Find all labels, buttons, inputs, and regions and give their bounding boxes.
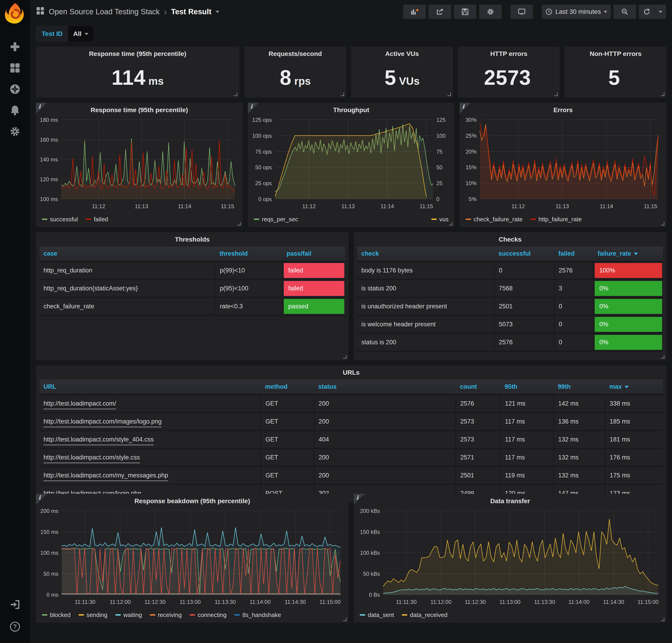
refresh-interval-dropdown[interactable] [655, 4, 666, 19]
resize-handle[interactable] [554, 93, 558, 96]
add-icon[interactable] [9, 41, 21, 52]
panel-title[interactable]: Errors [460, 103, 667, 114]
panel-title[interactable]: Response beakdown (95th percentile) [36, 494, 349, 505]
panel-title[interactable]: Response time (95th percentile) [36, 47, 239, 58]
column-header-status[interactable]: status [314, 379, 456, 395]
legend-item-data_sent[interactable]: data_sent [360, 611, 394, 619]
column-header-url[interactable]: URL [39, 379, 261, 395]
dashboard-grid: Response time (95th percentile) 114 ms R… [30, 43, 672, 623]
breadcrumb-folder[interactable]: Open Source Load Testing Stack [49, 8, 160, 16]
panel-info-icon[interactable]: i [36, 103, 47, 114]
legend-item-waiting[interactable]: waiting [115, 611, 142, 619]
stat-unit: ms [148, 75, 164, 87]
column-header-check[interactable]: check [357, 246, 494, 262]
column-header-99th[interactable]: 99th [554, 379, 605, 395]
add-panel-button[interactable] [403, 4, 426, 19]
resize-handle[interactable] [343, 618, 347, 621]
table-cell: check_failure_rate [39, 298, 215, 316]
grafana-logo[interactable] [3, 2, 27, 26]
column-header-max[interactable]: max [605, 379, 663, 395]
panel-title[interactable]: Active VUs [351, 47, 453, 58]
panel-info-icon[interactable]: i [248, 103, 259, 114]
legend-item-sending[interactable]: sending [78, 611, 108, 619]
svg-text:11:14:30: 11:14:30 [603, 599, 624, 605]
panel-title[interactable]: Data transfer [354, 494, 667, 505]
panel-title[interactable]: Non-HTTP errors [565, 47, 667, 58]
url-link[interactable]: http://test.loadimpact.com/style.css [43, 454, 140, 463]
legend-item-blocked[interactable]: blocked [42, 611, 71, 619]
panel-info-icon[interactable]: i [354, 494, 365, 505]
url-link[interactable]: http://test.loadimpact.com/style_404.css [43, 436, 154, 445]
resize-handle[interactable] [343, 355, 347, 359]
alerting-bell-icon[interactable] [9, 105, 21, 116]
svg-text:11:11:30: 11:11:30 [396, 599, 416, 605]
legend-item-check_failure_rate[interactable]: check_failure_rate [465, 216, 522, 223]
help-icon[interactable]: ? [9, 621, 21, 632]
response-breakdown-chart[interactable]: 0 ms50 ms100 ms150 ms200 ms11:11:3011:12… [37, 507, 347, 608]
legend-item-receiving[interactable]: receiving [150, 611, 182, 619]
resize-handle[interactable] [340, 93, 344, 96]
resize-handle[interactable] [661, 222, 664, 226]
table-cell: 119 ms [500, 466, 554, 485]
svg-text:11:11:30: 11:11:30 [75, 599, 96, 605]
column-header-count[interactable]: count [456, 379, 500, 395]
errors-chart[interactable]: 5%10%15%20%25%30%11:1211:1311:1411:15 [461, 116, 665, 212]
test-id-dropdown[interactable]: All [68, 26, 94, 42]
settings-button[interactable] [479, 4, 502, 19]
legend-label: sending [87, 611, 108, 619]
share-button[interactable] [428, 4, 451, 19]
panel-info-icon[interactable]: i [36, 494, 47, 505]
column-header-failed[interactable]: failed [554, 246, 593, 262]
url-link[interactable]: http://test.loadimpact.com/images/logo.p… [43, 418, 162, 427]
response-time-chart[interactable]: 100 ms120 ms140 ms160 ms180 ms11:1211:13… [37, 116, 241, 212]
resize-handle[interactable] [237, 222, 241, 226]
panel-title[interactable]: HTTP errors [458, 47, 560, 58]
legend-item-reqs_per_sec[interactable]: reqs_per_sec [254, 216, 298, 223]
throughput-chart[interactable]: 0 ops025 ops2550 ops5075 ops75100 ops100… [249, 116, 453, 212]
zoom-out-button[interactable] [613, 4, 636, 19]
legend-item-successful[interactable]: successful [42, 216, 78, 223]
legend-item-connecting[interactable]: connecting [190, 611, 227, 619]
panel-title[interactable]: Thresholds [36, 232, 349, 243]
panel-title[interactable]: Checks [354, 232, 667, 243]
column-header-95th[interactable]: 95th [500, 379, 554, 395]
legend-item-tls_handshake[interactable]: tls_handshake [234, 611, 281, 619]
legend-item-data_received[interactable]: data_received [402, 611, 447, 619]
column-header-failure-rate[interactable]: failure_rate [594, 246, 663, 262]
time-range-picker[interactable]: Last 30 minutes [542, 4, 611, 19]
column-header-pass-fail[interactable]: pass/fail [282, 246, 345, 262]
configuration-gear-icon[interactable] [9, 126, 21, 137]
explore-compass-icon[interactable] [9, 83, 21, 95]
column-header-successful[interactable]: successful [494, 246, 554, 262]
dashboards-icon[interactable] [9, 62, 21, 74]
resize-handle[interactable] [447, 93, 451, 96]
resize-handle[interactable] [661, 618, 664, 621]
resize-handle[interactable] [661, 93, 664, 96]
data-transfer-chart[interactable]: 0 Bs50 kBs100 kBs150 kBs200 kBs11:11:301… [355, 507, 665, 608]
save-button[interactable] [454, 4, 476, 19]
breadcrumb-page-title[interactable]: Test Result [171, 8, 211, 16]
resize-handle[interactable] [449, 222, 452, 226]
column-header-threshold[interactable]: threshold [215, 246, 282, 262]
breadcrumb-caret-icon[interactable] [216, 11, 219, 13]
url-link[interactable]: http://test.loadimpact.com/ [43, 400, 116, 409]
legend-item-failed[interactable]: failed [86, 216, 108, 223]
sign-in-icon[interactable] [9, 599, 21, 610]
resize-handle[interactable] [234, 93, 237, 96]
resize-handle[interactable] [661, 355, 664, 359]
panel-info-icon[interactable]: i [460, 103, 471, 114]
tv-mode-button[interactable] [510, 4, 533, 19]
panel-title[interactable]: Throughput [248, 103, 455, 114]
refresh-button[interactable] [639, 4, 655, 19]
table-cell: http://test.loadimpact.com/style.css [39, 449, 261, 466]
legend-item-vus[interactable]: vus [431, 216, 449, 223]
column-header-case[interactable]: case [39, 246, 215, 262]
panel-title[interactable]: Requests/second [245, 47, 346, 58]
dashboard-grid-icon[interactable] [36, 7, 45, 17]
url-link[interactable]: http://test.loadimpact.com/my_messages.p… [43, 472, 168, 481]
legend-item-http_failure_rate[interactable]: http_failure_rate [531, 216, 582, 223]
column-header-method[interactable]: method [261, 379, 314, 395]
table-cell: 181 ms [605, 430, 663, 449]
panel-title[interactable]: Response time (95th percentile) [36, 103, 243, 114]
panel-title[interactable]: URLs [36, 365, 667, 376]
